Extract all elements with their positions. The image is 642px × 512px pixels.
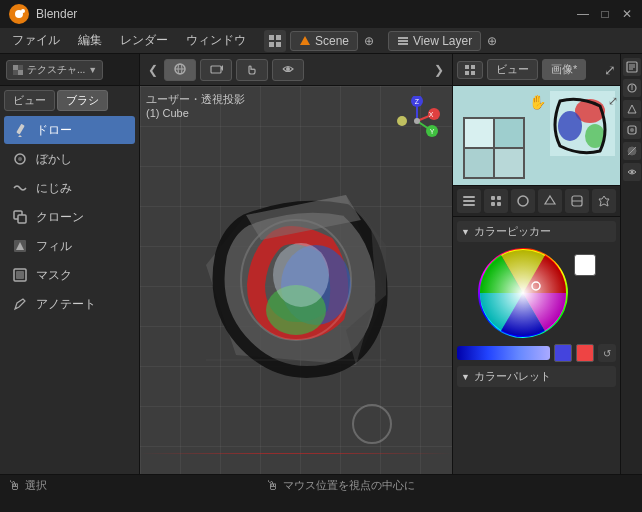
menu-render[interactable]: レンダー [112,30,176,51]
viewport-label: ユーザー・透視投影 (1) Cube [146,92,245,119]
viewport-btn4[interactable] [272,59,304,81]
svg-point-63 [518,196,528,206]
left-header: テクスチャ... ▼ [0,54,139,86]
sidebar-btn-3[interactable] [623,100,641,118]
axis-widget: X Y Z [392,96,442,146]
tool-annotate[interactable]: アノテート [4,290,135,318]
color-wheel-area [457,248,616,338]
annotate-icon-svg [12,296,28,312]
sidebar-btn-4[interactable] [623,121,641,139]
properties-btn[interactable] [457,189,481,213]
viewport-canvas[interactable]: ユーザー・透視投影 (1) Cube [140,86,452,474]
close-button[interactable]: ✕ [620,7,634,21]
sidebar-btn-2[interactable] [623,79,641,97]
view-layer-add-btn[interactable]: ⊕ [485,32,499,50]
right-expand-btn[interactable]: ⤢ [604,62,616,78]
color-palette-header[interactable]: ▼ カラーパレット [457,366,616,387]
svg-rect-58 [463,204,475,206]
svg-point-46 [414,118,420,124]
color-swatch-area [574,254,596,276]
brush-mode-btn[interactable]: ブラシ [57,90,108,111]
palette-label: カラーパレット [474,369,551,384]
tool-list: ドロー ぼかし にじみ [0,115,139,474]
svg-marker-64 [545,196,555,204]
grid-cell-3[interactable] [464,148,494,178]
tool-smear[interactable]: にじみ [4,174,135,202]
refresh-btn[interactable]: ↺ [598,344,616,362]
blue-gradient-bar[interactable] [457,346,550,360]
svg-rect-4 [276,35,281,40]
titlebar-controls[interactable]: — □ ✕ [576,7,634,21]
scene-selector[interactable]: Scene [290,31,358,51]
clone-icon [10,207,30,227]
preview-hand-btn[interactable]: ✋ [529,94,546,110]
view-layer-selector[interactable]: View Layer [388,31,481,51]
svg-rect-62 [497,202,501,206]
sidebar-btn-6[interactable] [623,163,641,181]
svg-rect-48 [465,65,469,69]
svg-marker-7 [300,36,310,45]
scene-add-btn[interactable]: ⊕ [362,32,376,50]
viewport-area: ❮ [140,54,452,474]
tool-fill[interactable]: フィル [4,232,135,260]
color-picker-header[interactable]: ▼ カラーピッカー [457,221,616,242]
menu-file[interactable]: ファイル [4,30,68,51]
object-panel-btn[interactable] [538,189,562,213]
titlebar-title: Blender [36,7,77,21]
view-layer-label: View Layer [413,34,472,48]
color-swatch[interactable] [574,254,596,276]
viewport-btn1[interactable] [164,59,196,81]
sidebar-btn-5[interactable] [623,142,641,160]
svg-point-79 [630,128,634,132]
hand-icon [245,62,259,76]
tool-mask[interactable]: マスク [4,261,135,289]
svg-marker-15 [18,135,22,137]
svg-rect-9 [398,40,408,42]
sidebar-btn-1[interactable] [623,58,641,76]
nav-left-btn[interactable]: ❮ [146,61,160,79]
right-image-btn[interactable]: 画像* [542,59,586,80]
right-mode-btn[interactable] [457,61,483,79]
viewport-btn3[interactable] [236,59,268,81]
grid-cell-4[interactable] [494,148,524,178]
menu-window[interactable]: ウィンドウ [178,30,254,51]
grid-cell-1[interactable] [464,118,494,148]
annotate-icon [10,294,30,314]
titlebar: Blender — □ ✕ [0,0,642,28]
viewport-nav-left[interactable]: ❮ [146,61,160,79]
statusbar-left-text: 選択 [25,478,47,493]
camera-icon [209,62,223,76]
svg-rect-10 [398,43,408,45]
tools-panel-btn[interactable] [484,189,508,213]
minimize-button[interactable]: — [576,7,590,21]
viewport-nav-right[interactable]: ❯ [432,61,446,79]
scene-panel-btn[interactable] [511,189,535,213]
sidebar-icon-5 [626,145,638,157]
mode-icon-btn[interactable] [264,30,286,52]
view-mode-btn[interactable]: ビュー [4,90,55,111]
tool-draw[interactable]: ドロー [4,116,135,144]
color-picker-label: カラーピッカー [474,224,551,239]
color-wheel-svg[interactable] [478,248,568,338]
menu-edit[interactable]: 編集 [70,30,110,51]
tool-clone[interactable]: クローン [4,203,135,231]
svg-point-32 [273,243,329,307]
right-view-btn[interactable]: ビュー [487,59,538,80]
svg-point-47 [397,116,407,126]
texture-selector[interactable]: テクスチャ... ▼ [6,60,103,80]
modifier-panel-btn[interactable] [592,189,616,213]
svg-rect-56 [463,196,475,198]
preview-expand-btn[interactable]: ⤢ [608,94,618,108]
maximize-button[interactable]: □ [598,7,612,21]
fill-icon-svg [12,238,28,254]
viewport-btn2[interactable] [200,59,232,81]
data-panel-btn[interactable] [565,189,589,213]
tool-fill-label: フィル [36,238,72,255]
tool-clone-label: クローン [36,209,84,226]
svg-rect-57 [463,200,475,202]
nav-right-btn[interactable]: ❯ [432,61,446,79]
tool-blur-label: ぼかし [36,151,72,168]
grid-cell-2[interactable] [494,118,524,148]
tool-blur[interactable]: ぼかし [4,145,135,173]
props-icon [462,194,476,208]
